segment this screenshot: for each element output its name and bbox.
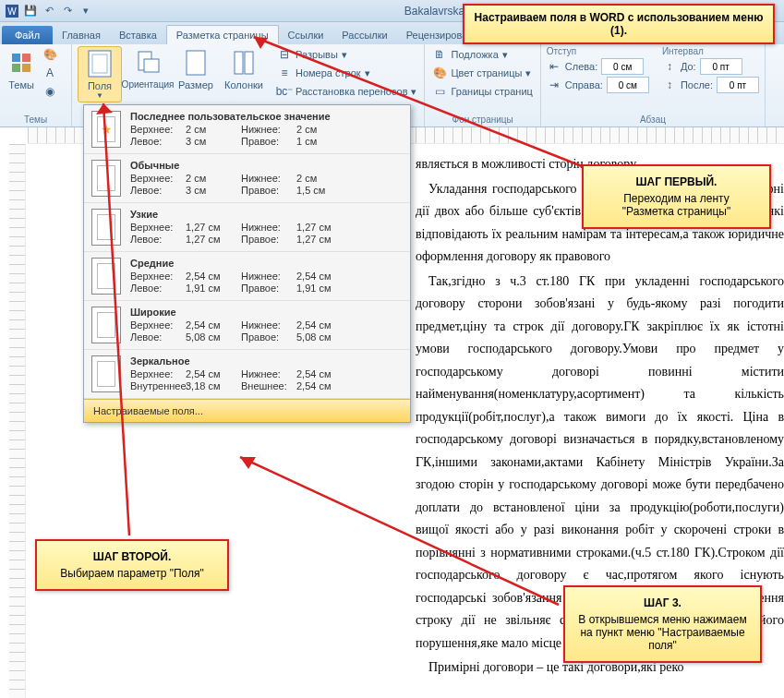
line-numbers-icon: ≡ <box>277 66 292 80</box>
line-numbers-button[interactable]: ≡Номера строк▾ <box>275 65 418 81</box>
more-icon[interactable]: ▾ <box>78 3 94 19</box>
preset-title: Узкие <box>130 209 403 220</box>
spacing-after-icon: ↕ <box>662 78 677 92</box>
preset-icon <box>91 307 121 343</box>
themes-group-label: Темы <box>6 113 66 126</box>
preset-title: Последнее пользовательское значение <box>130 111 403 122</box>
svg-rect-9 <box>144 59 159 72</box>
page-borders-icon: ▭ <box>432 84 447 99</box>
indent-right-input[interactable] <box>607 77 649 93</box>
preset-title: Обычные <box>130 160 403 171</box>
breaks-icon: ⊟ <box>277 47 292 62</box>
orientation-icon <box>133 48 163 78</box>
indent-left-input[interactable] <box>601 58 644 75</box>
margins-dropdown: Последнее пользовательское значение Верх… <box>83 104 411 423</box>
orientation-button[interactable]: Ориентация <box>126 46 170 91</box>
hyphenation-button[interactable]: bc⁻Расстановка переносов▾ <box>275 83 418 100</box>
page-bg-label: Фон страницы <box>430 113 534 126</box>
theme-colors[interactable]: 🎨 <box>41 46 59 63</box>
preset-icon <box>91 111 121 148</box>
callout-step1: ШАГ ПЕРВЫЙ. Переходим на ленту "Разметка… <box>582 164 771 229</box>
size-icon <box>181 48 211 78</box>
spacing-before-input[interactable] <box>700 58 742 75</box>
margin-preset[interactable]: Зеркальное Верхнее:2,54 смНижнее:2,54 см… <box>84 350 410 399</box>
word-icon[interactable]: W <box>4 3 20 19</box>
tab-references[interactable]: Ссылки <box>279 26 333 44</box>
margins-button[interactable]: Поля ▼ <box>78 46 122 102</box>
theme-effects[interactable]: ◉ <box>41 83 59 100</box>
watermark-button[interactable]: 🗎Подложка▾ <box>430 46 534 63</box>
custom-margins-item[interactable]: Настраиваемые поля... <box>84 399 410 422</box>
vertical-ruler[interactable] <box>9 144 26 698</box>
svg-text:W: W <box>7 6 17 17</box>
columns-icon <box>229 48 259 78</box>
spacing-before-icon: ↕ <box>662 59 677 74</box>
svg-rect-2 <box>12 54 20 62</box>
svg-rect-10 <box>187 51 205 75</box>
margin-preset[interactable]: Последнее пользовательское значение Верх… <box>84 105 410 154</box>
paragraph-label: Абзац <box>547 113 759 126</box>
size-button[interactable]: Размер <box>174 46 218 92</box>
preset-title: Широкие <box>130 307 403 318</box>
indent-right-icon: ⇥ <box>547 78 561 92</box>
tab-page-layout[interactable]: Разметка страницы <box>166 25 279 44</box>
svg-rect-3 <box>22 54 30 62</box>
margin-preset[interactable]: Широкие Верхнее:2,54 смНижнее:2,54 см Ле… <box>84 301 410 350</box>
redo-icon[interactable]: ↷ <box>59 3 76 19</box>
save-icon[interactable]: 💾 <box>22 3 39 19</box>
spacing-label: Интервал <box>662 46 759 56</box>
undo-icon[interactable]: ↶ <box>41 3 57 19</box>
preset-title: Зеркальное <box>130 355 403 367</box>
tab-mailings[interactable]: Рассылки <box>332 26 396 44</box>
file-tab[interactable]: Файл <box>2 26 53 44</box>
preset-icon <box>91 355 121 392</box>
indent-left-icon: ⇤ <box>547 59 561 74</box>
preset-icon <box>91 160 121 197</box>
watermark-icon: 🗎 <box>432 47 447 62</box>
themes-button[interactable]: Темы <box>6 46 37 92</box>
preset-icon <box>91 209 121 246</box>
breaks-button[interactable]: ⊟Разрывы▾ <box>275 46 418 63</box>
quick-access-toolbar: W 💾 ↶ ↷ ▾ <box>4 3 94 19</box>
margin-preset[interactable]: Узкие Верхнее:1,27 смНижнее:1,27 см Лево… <box>84 203 410 252</box>
svg-rect-5 <box>22 64 30 72</box>
page-color-button[interactable]: 🎨Цвет страницы▾ <box>430 65 534 81</box>
callout-step2: ШАГ ВТОРОЙ. Выбираем параметр "Поля" <box>35 539 229 591</box>
hyphenation-icon: bc⁻ <box>277 84 292 99</box>
theme-fonts[interactable]: A <box>41 65 59 81</box>
margin-preset[interactable]: Обычные Верхнее:2 смНижнее:2 см Левое:3 … <box>84 154 410 203</box>
themes-icon <box>6 48 36 78</box>
columns-button[interactable]: Колонки <box>222 46 266 92</box>
tab-insert[interactable]: Вставка <box>110 26 166 44</box>
page-color-icon: 🎨 <box>432 66 447 80</box>
margin-preset[interactable]: Средние Верхнее:2,54 смНижнее:2,54 см Ле… <box>84 252 410 301</box>
margins-icon <box>85 49 115 78</box>
tab-home[interactable]: Главная <box>53 26 110 44</box>
preset-title: Средние <box>130 258 403 269</box>
svg-rect-4 <box>12 64 20 72</box>
preset-icon <box>91 258 121 295</box>
callout-step3: ШАГ 3. В открывшемся меню нажимаем на пу… <box>563 585 762 663</box>
spacing-after-input[interactable] <box>717 77 759 93</box>
svg-rect-12 <box>245 52 253 74</box>
indent-label: Отступ <box>547 46 649 56</box>
svg-rect-11 <box>235 52 243 74</box>
callout-top: Настраиваем поля в WORD с использованием… <box>463 4 775 44</box>
page-borders-button[interactable]: ▭Границы страниц <box>430 83 534 100</box>
